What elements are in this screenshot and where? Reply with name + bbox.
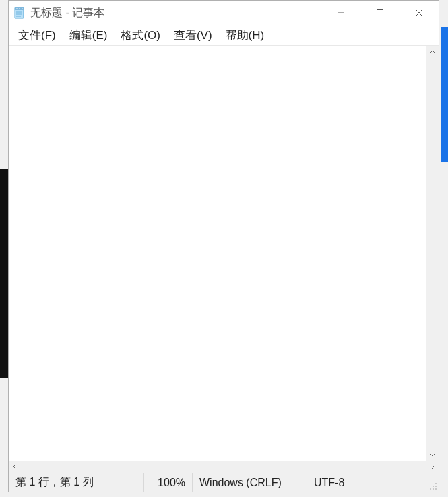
minimize-icon bbox=[337, 9, 345, 17]
notepad-window: 无标题 - 记事本 文件(F) 编辑(E) 格式(O) 查看(V) 帮助(H) bbox=[8, 0, 439, 492]
status-cursor-position: 第 1 行，第 1 列 bbox=[9, 473, 143, 492]
window-controls bbox=[321, 1, 439, 25]
svg-point-14 bbox=[435, 486, 437, 487]
maximize-button[interactable] bbox=[360, 1, 399, 25]
scroll-down-icon[interactable] bbox=[426, 448, 439, 461]
menu-help[interactable]: 帮助(H) bbox=[219, 26, 271, 45]
close-icon bbox=[415, 9, 423, 17]
editor-area bbox=[9, 45, 439, 461]
svg-point-4 bbox=[22, 8, 23, 9]
title-bar[interactable]: 无标题 - 记事本 bbox=[9, 1, 439, 25]
svg-point-12 bbox=[435, 483, 437, 484]
svg-point-13 bbox=[433, 486, 434, 487]
menu-bar: 文件(F) 编辑(E) 格式(O) 查看(V) 帮助(H) bbox=[9, 25, 439, 45]
scroll-up-icon[interactable] bbox=[426, 46, 439, 58]
vertical-scrollbar[interactable] bbox=[426, 46, 439, 461]
scroll-left-icon[interactable] bbox=[9, 461, 21, 473]
window-title: 无标题 - 记事本 bbox=[30, 6, 321, 20]
horizontal-scrollbar[interactable] bbox=[9, 461, 439, 473]
menu-view[interactable]: 查看(V) bbox=[167, 26, 219, 45]
status-zoom: 100% bbox=[143, 473, 192, 492]
close-button[interactable] bbox=[399, 1, 439, 25]
notepad-app-icon bbox=[13, 6, 26, 20]
maximize-icon bbox=[376, 9, 384, 17]
svg-point-17 bbox=[435, 488, 437, 490]
status-encoding: UTF-8 bbox=[307, 473, 439, 492]
svg-point-15 bbox=[430, 488, 431, 490]
svg-rect-9 bbox=[377, 10, 383, 16]
resize-grip-icon[interactable] bbox=[429, 482, 437, 490]
menu-edit[interactable]: 编辑(E) bbox=[63, 26, 115, 45]
text-editor[interactable] bbox=[9, 46, 426, 461]
svg-point-2 bbox=[16, 8, 18, 9]
scroll-right-icon[interactable] bbox=[426, 461, 439, 473]
minimize-button[interactable] bbox=[321, 1, 360, 25]
menu-file[interactable]: 文件(F) bbox=[11, 26, 63, 45]
menu-format[interactable]: 格式(O) bbox=[114, 26, 167, 45]
svg-point-16 bbox=[433, 488, 434, 490]
background-blue-strip bbox=[441, 27, 448, 162]
status-bar: 第 1 行，第 1 列 100% Windows (CRLF) UTF-8 bbox=[9, 473, 439, 492]
status-line-ending: Windows (CRLF) bbox=[192, 473, 307, 492]
svg-point-3 bbox=[19, 8, 20, 9]
